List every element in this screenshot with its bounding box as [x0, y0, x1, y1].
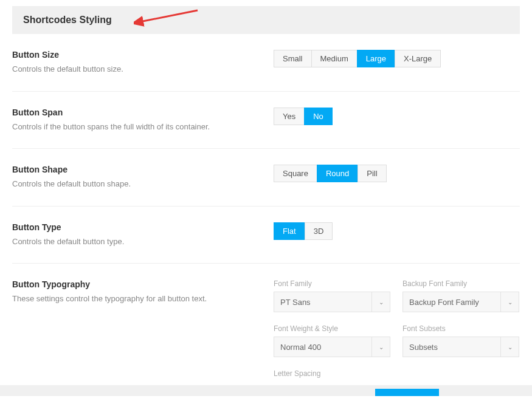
option-3d[interactable]: 3D	[305, 222, 333, 240]
font-family-field: Font Family PT Sans ⌄	[274, 279, 390, 312]
setting-title: Button Span	[12, 108, 261, 117]
option-large[interactable]: Large	[357, 50, 395, 67]
section-title: Shortcodes Styling	[23, 15, 509, 26]
option-square[interactable]: Square	[274, 165, 317, 182]
setting-title: Button Shape	[12, 165, 261, 174]
backup-font-family-field: Backup Font Family Backup Font Family ⌄	[402, 279, 519, 312]
setting-title: Button Typography	[12, 279, 261, 289]
font-subsets-select[interactable]: Subsets ⌄	[402, 337, 519, 357]
button-type-group: Flat 3D	[274, 222, 333, 240]
letter-spacing-field: Letter Spacing	[274, 369, 390, 381]
option-flat[interactable]: Flat	[274, 222, 305, 240]
select-value: Backup Font Family	[403, 298, 500, 307]
option-medium[interactable]: Medium	[311, 50, 358, 67]
setting-desc: Controls the default button type.	[12, 236, 261, 248]
font-weight-field: Font Weight & Style Normal 400 ⌄	[274, 324, 390, 357]
row-button-shape: Button Shape Controls the default button…	[12, 149, 520, 207]
section-header: Shortcodes Styling	[12, 6, 520, 34]
field-label: Letter Spacing	[274, 369, 390, 378]
chevron-down-icon: ⌄	[500, 292, 519, 312]
row-button-size: Button Size Controls the default button …	[12, 34, 520, 92]
row-button-span: Button Span Controls if the button spans…	[12, 92, 520, 149]
setting-desc: Controls the default button shape.	[12, 178, 261, 190]
button-shape-group: Square Round Pill	[274, 165, 387, 182]
setting-desc: Controls the default button size.	[12, 63, 261, 75]
chevron-down-icon: ⌄	[371, 337, 390, 357]
option-round[interactable]: Round	[317, 165, 358, 182]
option-no[interactable]: No	[304, 108, 333, 125]
field-label: Backup Font Family	[402, 279, 519, 288]
row-button-type: Button Type Controls the default button …	[12, 207, 520, 264]
option-xlarge[interactable]: X-Large	[395, 50, 441, 67]
field-label: Font Subsets	[402, 324, 519, 333]
font-weight-select[interactable]: Normal 400 ⌄	[274, 337, 390, 357]
chevron-down-icon: ⌄	[371, 292, 390, 312]
font-subsets-field: Font Subsets Subsets ⌄	[402, 324, 519, 357]
bottom-strip	[0, 385, 532, 396]
setting-desc: These settings control the typography fo…	[12, 293, 261, 305]
option-yes[interactable]: Yes	[274, 108, 305, 125]
button-size-group: Small Medium Large X-Large	[274, 50, 441, 67]
row-button-typography: Button Typography These settings control…	[12, 264, 520, 385]
setting-desc: Controls if the button spans the full wi…	[12, 121, 261, 133]
backup-font-family-select[interactable]: Backup Font Family ⌄	[402, 292, 519, 312]
setting-title: Button Type	[12, 222, 261, 232]
partial-button[interactable]	[375, 389, 439, 396]
option-pill[interactable]: Pill	[358, 165, 386, 182]
select-value: Subsets	[403, 343, 500, 352]
select-value: PT Sans	[274, 298, 371, 307]
option-small[interactable]: Small	[274, 50, 312, 67]
chevron-down-icon: ⌄	[500, 337, 519, 357]
field-label: Font Weight & Style	[274, 324, 390, 333]
font-family-select[interactable]: PT Sans ⌄	[274, 292, 390, 312]
select-value: Normal 400	[274, 343, 371, 352]
button-span-group: Yes No	[274, 108, 333, 125]
field-label: Font Family	[274, 279, 390, 288]
setting-title: Button Size	[12, 50, 261, 60]
